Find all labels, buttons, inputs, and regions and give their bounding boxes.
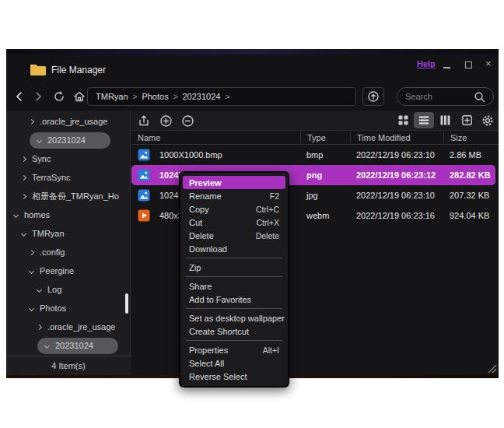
- sidebar-item-photos[interactable]: Photos: [6, 299, 130, 317]
- sidebar-item-oracle-jre-usage[interactable]: .oracle_jre_usage: [6, 112, 130, 131]
- sidebar-item-label: .oracle_jre_usage: [47, 322, 115, 332]
- chevron-down-icon[interactable]: [13, 212, 19, 217]
- menu-item-cut[interactable]: Cut Ctrl+X: [183, 216, 285, 229]
- breadcrumb-segment[interactable]: TMRyan: [96, 92, 128, 101]
- list-view-icon[interactable]: [418, 114, 429, 126]
- maximize-button[interactable]: [465, 61, 472, 68]
- sidebar-item-label: 20231024: [47, 135, 86, 145]
- file-type: png: [300, 170, 350, 180]
- chevron-down-icon[interactable]: [44, 342, 50, 348]
- chevron-right-icon[interactable]: [37, 324, 42, 329]
- refresh-icon[interactable]: [53, 90, 65, 103]
- sidebar-item-config[interactable]: .config: [6, 243, 130, 261]
- navigation-bar: TMRyan > Photos > 20231024 > Search: [6, 82, 499, 111]
- sidebar-item-label: TerraSync: [32, 173, 71, 182]
- settings-gear-icon[interactable]: [481, 114, 494, 127]
- file-name: 1000X1000.bmp: [159, 150, 222, 160]
- chevron-down-icon[interactable]: [29, 268, 34, 273]
- resize-handle-icon[interactable]: [488, 364, 497, 374]
- column-header-type[interactable]: Type: [300, 131, 350, 145]
- sidebar-item-sync[interactable]: Sync: [6, 149, 130, 168]
- grid-view-icon[interactable]: [397, 114, 409, 126]
- up-circle-icon: [367, 90, 380, 103]
- column-headers: Name Type Time Modified Size: [131, 131, 499, 145]
- chevron-right-icon[interactable]: [29, 118, 34, 124]
- chevron-right-icon[interactable]: [21, 193, 26, 198]
- folder-tree-sidebar: .oracle_jre_usage 20231024 Sync: [6, 111, 131, 375]
- chevron-right-icon[interactable]: [21, 174, 26, 180]
- forward-icon[interactable]: [33, 90, 44, 103]
- chevron-down-icon[interactable]: [29, 305, 34, 310]
- home-icon[interactable]: [73, 90, 86, 103]
- zoom-in-icon[interactable]: [159, 114, 173, 128]
- menu-item-set-as-desktop-wallpaper[interactable]: Set as desktop wallpaper: [183, 311, 285, 325]
- chevron-right-icon[interactable]: [29, 249, 34, 254]
- column-view-icon[interactable]: [439, 114, 451, 126]
- image-file-icon: [138, 189, 150, 202]
- share-upload-icon[interactable]: [138, 114, 150, 127]
- menu-item-download[interactable]: Download: [183, 242, 285, 255]
- search-icon[interactable]: [474, 91, 485, 103]
- close-button[interactable]: ×: [485, 58, 492, 69]
- menu-item-copy[interactable]: Copy Ctrl+C: [183, 202, 285, 216]
- help-link[interactable]: Help: [417, 59, 436, 68]
- menu-item-share[interactable]: Share: [183, 279, 285, 293]
- breadcrumb-segment[interactable]: 20231024: [183, 92, 221, 101]
- file-modified: 2022/12/19 06:23:16: [350, 211, 443, 220]
- file-type: webm: [300, 211, 350, 220]
- chevron-down-icon[interactable]: [21, 230, 26, 236]
- context-menu: Preview Rename F2 Copy Ctrl+C Cut Ctrl+X…: [179, 171, 289, 388]
- sidebar-item-terrasync[interactable]: TerraSync: [6, 168, 130, 187]
- file-modified: 2022/12/19 06:23:10: [350, 150, 443, 160]
- zoom-out-icon[interactable]: [181, 114, 194, 128]
- shortcut-label: Ctrl+C: [256, 205, 279, 214]
- breadcrumb-segment[interactable]: Photos: [142, 92, 168, 101]
- menu-separator: [186, 308, 282, 309]
- menu-item-reverse-select[interactable]: Reverse Select: [183, 370, 285, 383]
- go-up-button[interactable]: [362, 87, 384, 106]
- file-modified: 2022/12/19 06:23:10: [350, 191, 443, 200]
- menu-separator: [186, 258, 282, 258]
- sidebar-item-tmryan[interactable]: TMRyan: [6, 224, 130, 243]
- menu-item-preview[interactable]: Preview: [183, 176, 285, 189]
- add-view-icon[interactable]: [461, 114, 473, 126]
- menu-item-select-all[interactable]: Select All: [183, 356, 285, 370]
- sidebar-item-log[interactable]: Log: [6, 280, 130, 299]
- file-modified: 2022/12/19 06:23:12: [350, 170, 443, 180]
- minimize-button[interactable]: [443, 67, 450, 68]
- breadcrumb-separator: >: [173, 93, 178, 101]
- sidebar-item-peergine[interactable]: Peergine: [6, 261, 130, 280]
- chevron-right-icon[interactable]: [21, 156, 26, 161]
- sidebar-scrollbar-thumb[interactable]: [125, 293, 128, 314]
- file-manager-window: File Manager Help ×: [6, 54, 499, 375]
- sidebar-item-label: Peergine: [40, 266, 74, 275]
- table-row[interactable]: 1000X1000.bmp bmp 2022/12/19 06:23:10 2.…: [131, 145, 499, 165]
- breadcrumb[interactable]: TMRyan > Photos > 20231024 >: [87, 87, 356, 106]
- column-header-name[interactable]: Name: [131, 131, 300, 145]
- search-input[interactable]: Search: [397, 87, 494, 106]
- menu-item-zip[interactable]: Zip: [183, 261, 285, 274]
- column-header-modified[interactable]: Time Modified: [350, 131, 443, 145]
- file-toolbar: [131, 111, 499, 131]
- breadcrumb-separator: >: [225, 93, 229, 101]
- menu-item-rename[interactable]: Rename F2: [183, 189, 285, 202]
- menu-item-delete[interactable]: Delete Delete: [183, 229, 285, 242]
- status-bar: 4 Item(s): [6, 356, 131, 375]
- menu-item-properties[interactable]: Properties Alt+I: [183, 343, 285, 356]
- sidebar-item-20231024[interactable]: 20231024: [6, 131, 130, 149]
- sidebar-item-oracle-jre-usage-2[interactable]: .oracle_jre_usage: [6, 317, 130, 336]
- menu-separator: [186, 340, 282, 341]
- sidebar-item-album-backup[interactable]: 相册备份_TMRyan_Ho: [6, 187, 130, 205]
- sidebar-item-20231024-2[interactable]: 20231024: [6, 336, 130, 355]
- column-header-size[interactable]: Size: [443, 131, 499, 145]
- back-icon[interactable]: [14, 90, 25, 103]
- sidebar-item-homes[interactable]: homes: [6, 205, 130, 224]
- selected-folder-pill: 20231024: [37, 338, 118, 354]
- chevron-down-icon[interactable]: [37, 286, 42, 292]
- menu-item-add-to-favorites[interactable]: Add to Favorites: [183, 293, 285, 306]
- chevron-down-icon[interactable]: [37, 137, 42, 142]
- sidebar-item-label: 20231024: [55, 341, 93, 350]
- menu-item-create-shortcut[interactable]: Create Shortcut: [183, 325, 285, 338]
- search-placeholder: Search: [405, 92, 474, 101]
- folder-tree: .oracle_jre_usage 20231024 Sync: [6, 112, 130, 355]
